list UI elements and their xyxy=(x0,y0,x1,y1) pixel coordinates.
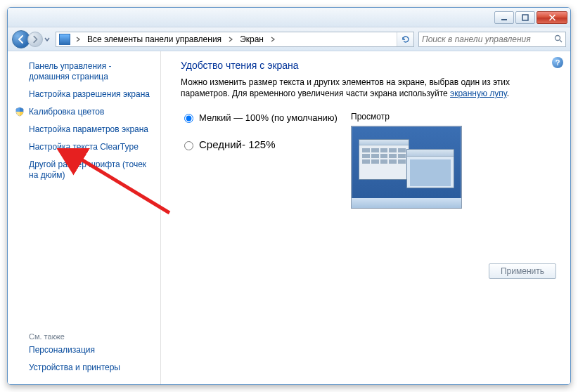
button-row: Применить xyxy=(489,263,556,279)
radio-medium[interactable] xyxy=(184,141,193,150)
sidebar-dpi-link[interactable]: Другой размер шрифта (точек на дюйм) xyxy=(11,157,155,185)
size-options: Мелкий — 100% (по умолчанию) Средний- 12… xyxy=(181,112,556,209)
nav-row: Все элементы панели управления Экран xyxy=(8,27,570,51)
sidebar-resolution-link[interactable]: Настройка разрешения экрана xyxy=(11,86,155,104)
control-panel-icon xyxy=(59,34,70,45)
svg-line-3 xyxy=(560,40,562,42)
shield-icon xyxy=(15,107,25,117)
search-box[interactable] xyxy=(418,32,566,47)
svg-rect-1 xyxy=(522,15,528,20)
search-input[interactable] xyxy=(419,34,551,44)
control-panel-window: Все элементы панели управления Экран Пан… xyxy=(7,7,571,385)
sidebar-devices-link[interactable]: Устройства и принтеры xyxy=(11,360,155,377)
preview-label: Просмотр xyxy=(351,112,462,122)
sidebar-params-link[interactable]: Настройка параметров экрана xyxy=(11,122,155,139)
preview-image xyxy=(351,126,462,209)
refresh-button[interactable] xyxy=(397,32,413,46)
breadcrumb-sep-icon[interactable] xyxy=(73,32,83,46)
option-label: Мелкий — 100% (по умолчанию) xyxy=(199,112,338,123)
sidebar-item-label: Калибровка цветов xyxy=(29,107,104,117)
sidebar: Панель управления - домашняя страница На… xyxy=(8,51,161,384)
sidebar-personalization-link[interactable]: Персонализация xyxy=(11,342,155,360)
sidebar-home-link[interactable]: Панель управления - домашняя страница xyxy=(11,58,155,86)
main-area: Панель управления - домашняя страница На… xyxy=(8,51,570,384)
minimize-button[interactable] xyxy=(494,11,514,24)
titlebar xyxy=(8,8,570,27)
magnifier-link[interactable]: экранную лупу xyxy=(450,89,507,98)
breadcrumb-sep-icon[interactable] xyxy=(268,32,278,46)
radio-small[interactable] xyxy=(184,114,193,123)
nav-buttons xyxy=(12,30,51,48)
svg-point-2 xyxy=(555,36,560,41)
breadcrumb-display[interactable]: Экран xyxy=(236,32,268,46)
option-label: Средний- 125% xyxy=(199,138,276,150)
svg-rect-0 xyxy=(501,19,507,20)
maximize-button[interactable] xyxy=(515,11,535,24)
search-icon xyxy=(551,32,565,46)
see-also-heading: См. также xyxy=(11,329,155,342)
apply-button[interactable]: Применить xyxy=(489,263,556,279)
page-heading: Удобство чтения с экрана xyxy=(181,60,556,71)
history-dropdown-icon[interactable] xyxy=(43,33,51,46)
sidebar-see-also: См. также Персонализация Устройства и пр… xyxy=(11,324,155,377)
forward-button[interactable] xyxy=(27,32,43,47)
sidebar-cleartype-link[interactable]: Настройка текста ClearType xyxy=(11,139,155,157)
option-small[interactable]: Мелкий — 100% (по умолчанию) xyxy=(181,112,342,123)
breadcrumb-sep-icon[interactable] xyxy=(226,32,236,46)
close-button[interactable] xyxy=(537,11,567,24)
breadcrumb-all-items[interactable]: Все элементы панели управления xyxy=(83,32,226,46)
content-pane: ? Удобство чтения с экрана Можно изменит… xyxy=(161,51,570,384)
page-description: Можно изменить размер текста и других эл… xyxy=(181,77,556,99)
address-bar[interactable]: Все элементы панели управления Экран xyxy=(56,32,414,47)
help-icon[interactable]: ? xyxy=(552,57,563,68)
option-medium[interactable]: Средний- 125% xyxy=(181,138,342,150)
sidebar-calibration-link[interactable]: Калибровка цветов xyxy=(11,104,155,122)
